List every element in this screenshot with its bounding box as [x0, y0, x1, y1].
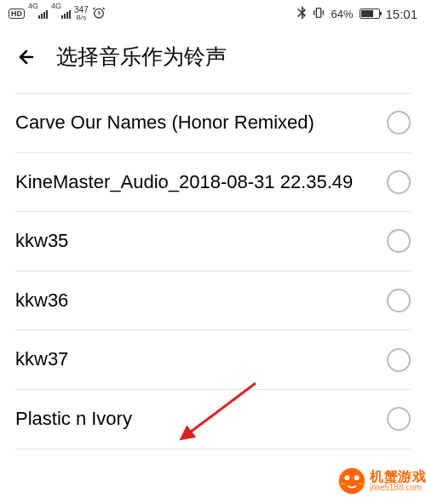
network-speed: 347 B/s — [74, 6, 89, 21]
clock-time: 15:01 — [385, 7, 417, 21]
bluetooth-icon — [296, 6, 307, 22]
watermark: 机蟹游戏 jixie5188.com — [336, 465, 426, 497]
list-item[interactable]: kkw37 — [15, 330, 411, 390]
page-title: 选择音乐作为铃声 — [56, 43, 227, 71]
svg-rect-8 — [359, 483, 364, 485]
list-item-label: Carve Our Names (Honor Remixed) — [15, 111, 373, 135]
radio-icon[interactable] — [387, 170, 411, 194]
watermark-url: jixie5188.com — [370, 484, 426, 492]
list-item-label: kkw35 — [15, 229, 373, 254]
radio-icon[interactable] — [387, 289, 411, 312]
svg-point-5 — [344, 475, 349, 480]
status-bar: HD 4G 4G 347 B/s — [0, 0, 426, 27]
radio-icon[interactable] — [387, 407, 411, 431]
watermark-title: 机蟹游戏 — [370, 470, 426, 484]
radio-icon[interactable] — [387, 229, 411, 253]
list-item-label: kkw36 — [15, 289, 373, 313]
status-right: 64% 15:01 — [296, 6, 417, 22]
list-item[interactable]: Carve Our Names (Honor Remixed) — [15, 94, 411, 153]
svg-point-4 — [339, 468, 365, 494]
list-item[interactable]: kkw35 — [15, 212, 411, 272]
radio-icon[interactable] — [387, 348, 411, 372]
signal-2-icon: 4G — [51, 9, 71, 19]
svg-rect-7 — [341, 483, 346, 485]
radio-icon[interactable] — [387, 111, 411, 135]
list-item-label: Plastic n Ivory — [15, 407, 373, 432]
list-item[interactable]: KineMaster_Audio_2018-08-31 22.35.49 — [15, 153, 411, 213]
signal-1-icon: 4G — [28, 9, 48, 19]
svg-point-6 — [354, 475, 360, 480]
svg-rect-1 — [317, 8, 321, 17]
watermark-logo-icon — [336, 465, 368, 497]
music-list: Carve Our Names (Honor Remixed) KineMast… — [0, 94, 426, 450]
status-left: HD 4G 4G 347 B/s — [9, 6, 106, 22]
list-item-label: KineMaster_Audio_2018-08-31 22.35.49 — [15, 170, 373, 195]
header: 选择音乐作为铃声 — [0, 27, 426, 86]
back-button[interactable] — [15, 46, 37, 68]
hd-icon: HD — [9, 9, 25, 19]
battery-percent: 64% — [331, 8, 353, 20]
list-item[interactable]: kkw36 — [15, 272, 411, 331]
battery-icon — [358, 9, 380, 19]
list-item[interactable]: Plastic n Ivory — [15, 390, 411, 450]
list-item-label: kkw37 — [15, 347, 373, 372]
alarm-icon — [92, 6, 106, 22]
vibrate-icon — [312, 6, 325, 22]
